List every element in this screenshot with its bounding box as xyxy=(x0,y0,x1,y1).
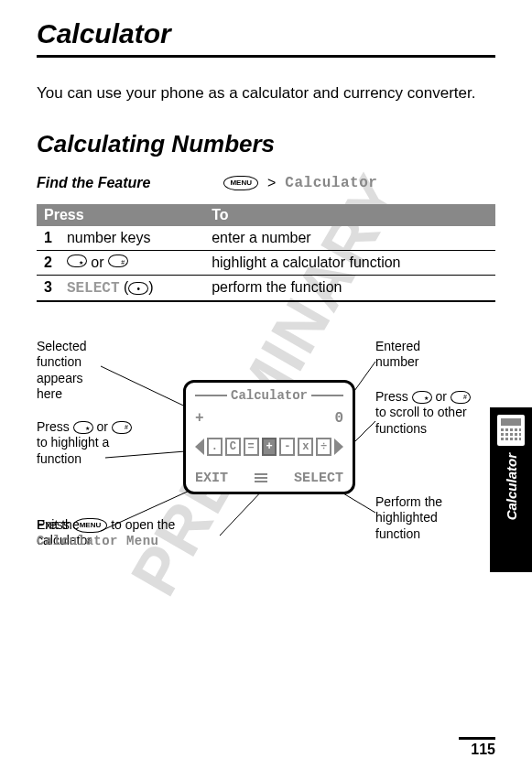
section-heading: Calculating Numbers xyxy=(37,130,495,158)
callout-entered-number: Entered number xyxy=(375,339,467,371)
menu-icon xyxy=(255,473,267,482)
fn-dot: . xyxy=(207,438,223,456)
menu-key-icon: MENU xyxy=(223,176,258,190)
svg-line-5 xyxy=(353,421,375,444)
hash-key-icon xyxy=(451,391,471,404)
col-to: To xyxy=(204,204,495,226)
fn-divide: ÷ xyxy=(316,438,331,456)
callout-perform-function: Perform the highlighted function xyxy=(375,494,467,543)
fn-minus: - xyxy=(279,438,295,456)
or-text: or xyxy=(87,255,108,270)
side-tab-label: Calculator xyxy=(504,453,519,520)
page-number: 115 xyxy=(459,737,495,758)
find-the-feature-label: Find the Feature xyxy=(37,175,150,191)
star-key-icon xyxy=(412,391,432,404)
menu-target: Calculator xyxy=(285,175,377,191)
callout-press-highlight: Press or to highlight a function xyxy=(37,419,137,468)
calculator-diagram: Calculator + 0 . C = + - x ÷ EXIT SELECT xyxy=(37,339,495,577)
step-press: number keys xyxy=(60,226,204,251)
txt: to highlight a function xyxy=(37,435,109,466)
callout-scroll-functions: Press or to scroll to other functions xyxy=(375,389,481,438)
step-number: 2 xyxy=(37,250,60,275)
txt: or xyxy=(93,419,112,434)
gt-symbol: > xyxy=(267,175,276,191)
intro-paragraph: You can use your phone as a calculator a… xyxy=(37,83,495,104)
hash-key-icon xyxy=(108,255,128,267)
display-number: 0 xyxy=(334,410,343,427)
callout-menu-open: Press MENU to open the Calculator Menu xyxy=(37,517,192,550)
display-function: + xyxy=(195,410,204,427)
phone-screen: Calculator + 0 . C = + - x ÷ EXIT SELECT xyxy=(183,380,355,494)
side-tab: Calculator xyxy=(490,407,532,572)
steps-table: Press To 1 number keys enter a number 2 … xyxy=(37,204,495,302)
softkey-select: SELECT xyxy=(294,471,343,486)
table-row: 2 or highlight a calculator function xyxy=(37,250,495,275)
fn-plus: + xyxy=(262,438,277,456)
paren-close: ) xyxy=(148,279,153,295)
fn-clear: C xyxy=(225,438,241,456)
fn-multiply: x xyxy=(298,438,313,456)
calculator-menu-name: Calculator Menu xyxy=(37,534,159,548)
softkey-icon: • xyxy=(128,282,148,295)
col-press: Press xyxy=(37,204,204,226)
step-press: or xyxy=(60,250,204,275)
txt: to open the xyxy=(107,517,175,532)
page-title: Calculator xyxy=(37,18,495,58)
menu-key-icon: MENU xyxy=(73,518,108,533)
txt: Press xyxy=(37,517,73,532)
star-key-icon xyxy=(67,255,87,267)
find-the-feature-row: Find the Feature MENU > Calculator xyxy=(37,175,495,191)
txt: to scroll to other functions xyxy=(375,405,467,436)
softkey-exit: EXIT xyxy=(195,471,228,486)
star-key-icon xyxy=(73,421,93,434)
txt: Press xyxy=(375,389,412,404)
txt: or xyxy=(432,389,451,404)
step-press: SELECT (•) xyxy=(60,275,204,301)
select-label: SELECT xyxy=(67,280,120,297)
table-row: 3 SELECT (•) perform the function xyxy=(37,275,495,301)
txt: Press xyxy=(37,419,73,434)
scroll-right-icon xyxy=(334,439,343,455)
fn-equals: = xyxy=(244,438,259,456)
callout-selected-function: Selected function appears here xyxy=(37,339,101,403)
phone-title: Calculator xyxy=(227,388,311,403)
page-content: Calculator You can use your phone as a c… xyxy=(0,0,532,577)
softkey-row: EXIT SELECT xyxy=(195,471,343,486)
table-header-row: Press To xyxy=(37,204,495,226)
step-number: 3 xyxy=(37,275,60,301)
paren-open: ( xyxy=(120,279,129,295)
step-to: enter a number xyxy=(204,226,495,251)
step-number: 1 xyxy=(37,226,60,251)
display-row: + 0 xyxy=(195,410,343,427)
table-row: 1 number keys enter a number xyxy=(37,226,495,251)
hash-key-icon xyxy=(112,421,132,434)
step-to: highlight a calculator function xyxy=(204,250,495,275)
calculator-icon xyxy=(497,415,525,446)
function-row: . C = + - x ÷ xyxy=(195,438,343,456)
step-to: perform the function xyxy=(204,275,495,301)
scroll-left-icon xyxy=(195,439,204,455)
